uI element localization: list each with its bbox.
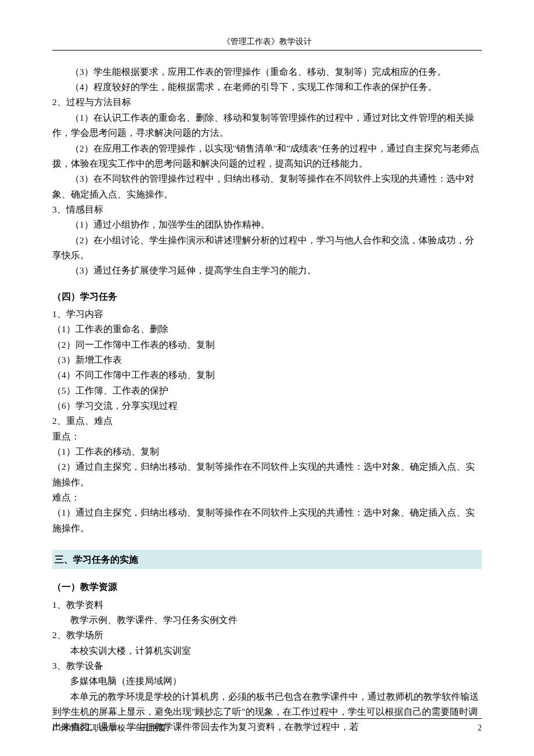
subsection-heading: （一）教学资源 [52, 579, 482, 595]
paragraph: （3）通过任务扩展使学习延伸，提高学生自主学习的能力。 [52, 263, 482, 278]
list-item: （2）同一工作簿中工作表的移动、复制 [52, 337, 482, 352]
list-heading: 1、学习内容 [52, 307, 482, 322]
list-heading: 2、重点、难点 [52, 413, 482, 429]
paragraph: （4）程度较好的学生，能根据需求，在老师的引导下，实现工作簿和工作表的保护任务。 [52, 80, 482, 95]
list-item: （1）通过自主探究，归纳出移动、复制等操作在不同软件上实现的共通性：选中对象、确… [52, 505, 482, 536]
list-heading: 1、教学资料 [52, 597, 482, 613]
list-item: （1）工作表的重命名、删除 [52, 322, 482, 337]
header-title: 《管理工作表》教学设计 [52, 35, 482, 51]
label: 重点： [52, 429, 482, 444]
list-item: （6）学习交流，分享实现过程 [52, 398, 482, 413]
section-heading-4: （四）学习任务 [52, 289, 482, 304]
paragraph: （2）在应用工作表的管理操作，以实现"销售清单"和"成绩表"任务的过程中，通过自… [52, 141, 482, 172]
list-heading: 2、教学场所 [52, 628, 482, 643]
paragraph: （3）在不同软件的管理操作过程中，归纳出移动、复制等操作在不同软件上实现的共通性… [52, 171, 482, 202]
subheading: 3、情感目标 [52, 202, 482, 217]
paragraph: （1）通过小组协作，加强学生的团队协作精神。 [52, 217, 482, 232]
paragraph: （2）在小组讨论、学生操作演示和讲述理解分析的过程中，学习与他人合作和交流，体验… [52, 233, 482, 264]
list-item: （3）新增工作表 [52, 352, 482, 368]
subheading: 2、过程与方法目标 [52, 95, 482, 110]
label: 难点： [52, 490, 482, 505]
section-heading-3: 三、学习任务的实施 [52, 550, 482, 569]
list-item: （5）工作簿、工作表的保护 [52, 383, 482, 398]
page-number: 2 [478, 721, 482, 735]
paragraph: 本校实训大楼，计算机实训室 [52, 643, 482, 658]
paragraph: （3）学生能根据要求，应用工作表的管理操作（重命名、移动、复制等）完成相应的任务… [52, 64, 482, 80]
paragraph: 教学示例、教学课件、学习任务实例文件 [52, 613, 482, 628]
list-heading: 3、教学设备 [52, 658, 482, 674]
list-item: （4）不同工作簿中工作表的移动、复制 [52, 368, 482, 383]
document-page: 《管理工作表》教学设计 （3）学生能根据要求，应用工作表的管理操作（重命名、移动… [0, 0, 534, 756]
paragraph: 多媒体电脑（连接局域网） [52, 674, 482, 689]
paragraph: （1）在认识工作表的重命名、删除、移动和复制等管理操作的过程中，通过对比文件管理… [52, 110, 482, 141]
footer-left: 广州市轻工职业学校——孔艳霞 [52, 721, 166, 735]
list-item: （1）工作表的移动、复制 [52, 444, 482, 459]
page-footer: 广州市轻工职业学校——孔艳霞 2 [52, 718, 482, 735]
list-item: （2）通过自主探究，归纳出移动、复制等操作在不同软件上实现的共通性：选中对象、确… [52, 459, 482, 490]
